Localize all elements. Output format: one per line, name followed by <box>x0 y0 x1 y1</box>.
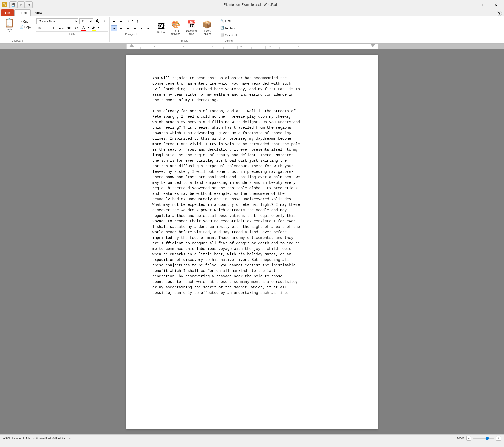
tab-home[interactable]: Home <box>14 9 31 16</box>
font-size-select[interactable]: 11 <box>79 18 93 24</box>
align-center-button[interactable]: ≡ <box>118 25 124 31</box>
font-color-arrow[interactable]: ▼ <box>87 26 90 30</box>
select-all-button[interactable]: ⬜ Select all <box>218 32 239 38</box>
font-color-group: A ▼ <box>81 25 90 31</box>
underline-button[interactable]: U <box>51 25 57 31</box>
datetime-button[interactable]: 📅 Date andtime <box>184 17 199 39</box>
paragraph-group: ≡ ≡ ⇥ ▼ ↕ ≡ ≡ ≡ ≡ ≡ ≡ Paragraph <box>110 17 153 42</box>
insert-group: 🖼 Picture 🎨 Paintdrawing 📅 Date andtime … <box>153 17 216 42</box>
replace-button[interactable]: 🔄 Replace <box>218 25 239 31</box>
bullets-button[interactable]: ≡ <box>111 18 117 24</box>
svg-text:5: 5 <box>269 45 271 48</box>
tab-view[interactable]: View <box>31 9 46 16</box>
ruler: 1 2 3 4 5 6 7 <box>0 44 504 49</box>
zoom-in-button[interactable]: + <box>496 436 501 441</box>
undo-button[interactable]: ↩ <box>17 1 25 8</box>
cut-label: Cut <box>23 20 28 23</box>
clipboard-group-label: Clipboard <box>2 39 33 42</box>
superscript-button[interactable]: X2 <box>73 25 79 31</box>
svg-text:7: 7 <box>327 45 328 48</box>
highlight-arrow[interactable]: ▼ <box>97 26 100 30</box>
highlight-icon: 🖊 <box>92 25 95 29</box>
ribbon-tabs-bar: File Home View ? <box>0 9 504 16</box>
find-button[interactable]: 🔍 Find <box>218 18 239 24</box>
align-ltr-button[interactable]: ≡ <box>145 25 152 31</box>
titlebar: W 💾 ↩ ↪ FileInfo.com Example.ascii - Wor… <box>0 0 504 9</box>
clipboard-group: 📋 Paste ▼ ✂ Cut 📄 Copy Clipboard <box>1 17 35 42</box>
ribbon-content: 📋 Paste ▼ ✂ Cut 📄 Copy Clipboard <box>0 17 504 42</box>
redo-button[interactable]: ↪ <box>25 1 33 8</box>
font-row1: Courier New 11 A A <box>36 17 108 25</box>
window-title: FileInfo.com Example.ascii - WordPad <box>35 3 466 7</box>
editing-row2: 🔄 Replace <box>218 24 239 31</box>
close-button[interactable]: ✕ <box>490 0 502 9</box>
svg-marker-23 <box>129 44 134 47</box>
paste-arrow: ▼ <box>8 31 10 33</box>
font-grow-button[interactable]: A <box>94 18 100 24</box>
status-text: ASCII file open in Microsoft WordPad. © … <box>3 437 71 440</box>
copy-icon: 📄 <box>20 25 23 29</box>
svg-text:2: 2 <box>183 45 184 48</box>
strikethrough-button[interactable]: abc <box>58 25 65 31</box>
list-dropdown-group: ⇥ ▼ <box>125 18 134 24</box>
font-color-button[interactable]: A <box>81 25 87 31</box>
insert-group-label: Insert <box>155 39 214 42</box>
zoom-slider[interactable] <box>473 438 494 439</box>
align-left-button[interactable]: ≡ <box>111 25 117 31</box>
paint-drawing-button[interactable]: 🎨 Paintdrawing <box>169 17 183 39</box>
editing-row3: ⬜ Select all <box>218 31 239 39</box>
picture-label: Picture <box>157 31 165 34</box>
statusbar: ASCII file open in Microsoft WordPad. © … <box>0 434 504 442</box>
bold-button[interactable]: B <box>36 25 43 31</box>
ribbon: 📋 Paste ▼ ✂ Cut 📄 Copy Clipboard <box>0 16 504 44</box>
font-row2: B I U abc X2 X2 A ▼ 🖊 <box>36 25 108 31</box>
datetime-icon: 📅 <box>187 20 196 29</box>
align-justify-button[interactable]: ≡ <box>132 25 138 31</box>
numbered-list-button[interactable]: ≡ <box>118 18 124 24</box>
list-arrow[interactable]: ▼ <box>131 19 134 23</box>
insert-object-button[interactable]: 📦 Insertobject <box>200 17 214 39</box>
paste-icon: 📋 <box>4 19 14 27</box>
save-button[interactable]: 💾 <box>9 1 17 8</box>
document-text[interactable]: You will rejoice to hear that no disaste… <box>152 76 352 296</box>
italic-button[interactable]: I <box>44 25 50 31</box>
zoom-slider-thumb[interactable] <box>486 437 489 440</box>
svg-text:4: 4 <box>240 45 242 48</box>
font-group: Courier New 11 A A B I U abc X2 X2 A <box>35 17 110 42</box>
picture-button[interactable]: 🖼 Picture <box>155 17 168 39</box>
list-indent-button[interactable]: ⇥ <box>125 18 131 24</box>
cut-icon: ✂ <box>20 20 22 23</box>
align-rtl-button[interactable]: ≡ <box>138 25 145 31</box>
minimize-button[interactable]: — <box>466 0 478 9</box>
picture-icon: 🖼 <box>158 22 165 30</box>
paste-label: Paste <box>6 28 13 31</box>
editing-row1: 🔍 Find <box>218 17 239 24</box>
paste-button[interactable]: 📋 Paste ▼ <box>2 17 17 34</box>
font-name-select[interactable]: Courier New <box>36 18 78 24</box>
document-page: You will rejoice to hear that no disaste… <box>126 55 378 429</box>
maximize-button[interactable]: □ <box>478 0 490 9</box>
para-row2: ≡ ≡ ≡ ≡ ≡ ≡ <box>111 25 152 32</box>
help-button[interactable]: ? <box>497 11 502 16</box>
font-shrink-button[interactable]: A <box>101 18 108 24</box>
clipboard-small-buttons: ✂ Cut 📄 Copy <box>18 17 33 29</box>
editing-group-label: Editing <box>218 39 239 42</box>
align-right-button[interactable]: ≡ <box>125 25 131 31</box>
document-area[interactable]: You will rejoice to hear that no disaste… <box>0 49 504 434</box>
copy-button[interactable]: 📄 Copy <box>18 24 33 29</box>
cut-button[interactable]: ✂ Cut <box>18 19 33 24</box>
insert-buttons: 🖼 Picture 🎨 Paintdrawing 📅 Date andtime … <box>155 17 214 39</box>
zoom-out-button[interactable]: − <box>466 436 471 441</box>
para-row1: ≡ ≡ ⇥ ▼ ↕ <box>111 17 152 25</box>
font-color-icon: A <box>82 25 85 29</box>
paint-label: Paintdrawing <box>171 29 180 36</box>
para-spacing-button[interactable]: ↕ <box>135 18 141 24</box>
window-controls: — □ ✕ <box>466 0 502 9</box>
tab-file[interactable]: File <box>1 9 14 16</box>
paint-icon: 🎨 <box>171 20 180 29</box>
replace-label: Replace <box>225 26 235 30</box>
svg-text:3: 3 <box>212 45 213 48</box>
zoom-level: 100% <box>457 437 464 440</box>
subscript-button[interactable]: X2 <box>66 25 72 31</box>
highlight-button[interactable]: 🖊 <box>91 25 97 31</box>
